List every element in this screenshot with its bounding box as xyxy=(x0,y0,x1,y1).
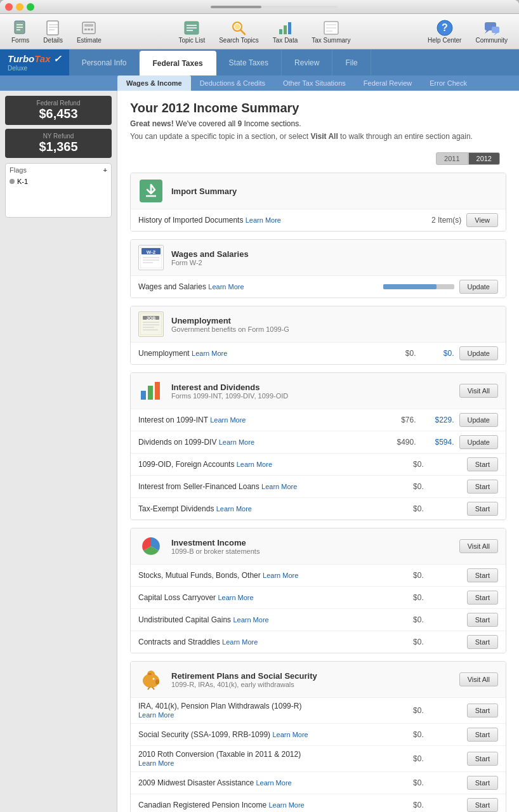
row-label: Dividends on 1099-DIV Learn More xyxy=(138,438,383,447)
learn-more-link[interactable]: Learn More xyxy=(272,731,308,738)
learn-more-link[interactable]: Learn More xyxy=(237,461,272,468)
row-label: History of Imported Documents Learn More xyxy=(138,216,416,225)
learn-more-link[interactable]: Learn More xyxy=(192,350,227,357)
table-row: 1099-OID, Foreign Accounts Learn More $0… xyxy=(131,454,506,476)
year-2012-btn[interactable]: 2012 xyxy=(468,152,500,165)
page-desc: You can update a specific topic in a sec… xyxy=(130,131,506,142)
start-button[interactable]: Start xyxy=(467,502,498,516)
maximize-button[interactable] xyxy=(27,3,34,11)
learn-more-link[interactable]: Learn More xyxy=(138,711,174,719)
row-label: Undistributed Capital Gains Learn More xyxy=(138,615,391,624)
flags-add-button[interactable]: + xyxy=(103,166,107,174)
start-button[interactable]: Start xyxy=(467,635,498,649)
start-button[interactable]: Start xyxy=(467,776,498,790)
visit-all-interest[interactable]: Visit All xyxy=(459,384,498,398)
subtab-federal-review[interactable]: Federal Review xyxy=(355,75,421,91)
svg-rect-8 xyxy=(82,22,95,34)
close-button[interactable] xyxy=(5,3,13,11)
svg-marker-30 xyxy=(485,30,489,34)
row-val-2012: $229. xyxy=(421,416,459,424)
learn-more-link[interactable]: Learn More xyxy=(246,216,281,224)
section-header-import: Import Summary xyxy=(131,173,506,209)
row-val-2011: $0. xyxy=(383,349,421,358)
estimate-icon xyxy=(80,19,98,37)
pie-chart-icon xyxy=(138,534,164,559)
toolbar-estimate[interactable]: Estimate xyxy=(72,18,107,45)
svg-rect-52 xyxy=(148,386,153,400)
visit-all-button[interactable]: Visit All xyxy=(459,384,498,398)
visit-all-investment[interactable]: Visit All xyxy=(459,539,498,553)
learn-more-link[interactable]: Learn More xyxy=(219,438,254,446)
update-button[interactable]: Update xyxy=(459,435,498,449)
subtab-other-tax[interactable]: Other Tax Situations xyxy=(274,75,355,91)
toolbar-search-topics[interactable]: Search Topics xyxy=(214,18,264,45)
start-button[interactable]: Start xyxy=(467,480,498,494)
section-retirement: Retirement Plans and Social Security 109… xyxy=(130,661,506,812)
section-header-wages: W-2 Wages and Salaries Form W-2 xyxy=(131,240,506,276)
learn-more-link[interactable]: Learn More xyxy=(256,779,291,787)
row-label: IRA, 401(k), Pension Plan Withdrawals (1… xyxy=(138,702,391,719)
start-button[interactable]: Start xyxy=(467,704,498,717)
visit-all-retirement[interactable]: Visit All xyxy=(459,672,498,686)
content-area: Your 2012 Income Summary Great news! We'… xyxy=(117,91,519,812)
learn-more-link[interactable]: Learn More xyxy=(268,801,304,809)
start-button[interactable]: Start xyxy=(467,591,498,605)
subtab-wages-income[interactable]: Wages & Income xyxy=(117,75,191,91)
toolbar-topic-list[interactable]: Topic List xyxy=(173,18,210,45)
tab-personal-info[interactable]: Personal Info xyxy=(69,49,140,75)
job-icon: JOB xyxy=(138,311,164,337)
row-label: 2010 Roth Conversion (Taxable in 2011 & … xyxy=(138,750,391,768)
year-2011-btn[interactable]: 2011 xyxy=(436,152,468,165)
visit-all-button[interactable]: Visit All xyxy=(459,539,498,553)
start-button[interactable]: Start xyxy=(467,752,498,766)
subtab-error-check[interactable]: Error Check xyxy=(421,75,476,91)
learn-more-link[interactable]: Learn More xyxy=(218,594,253,601)
subtab-deductions-credits[interactable]: Deductions & Credits xyxy=(191,75,274,91)
table-row: Stocks, Mutual Funds, Bonds, Other Learn… xyxy=(131,565,506,587)
update-button[interactable]: Update xyxy=(459,280,498,294)
learn-more-link[interactable]: Learn More xyxy=(210,416,246,424)
learn-more-link[interactable]: Learn More xyxy=(216,505,252,513)
minimize-button[interactable] xyxy=(16,3,23,11)
start-button[interactable]: Start xyxy=(467,728,498,742)
learn-more-link[interactable]: Learn More xyxy=(222,638,258,646)
forms-label: Forms xyxy=(11,37,29,44)
start-button[interactable]: Start xyxy=(467,798,498,812)
retirement-title: Retirement Plans and Social Security xyxy=(171,671,459,681)
row-val-2012: $594. xyxy=(421,438,459,447)
toolbar-details[interactable]: Details xyxy=(38,18,68,45)
update-button[interactable]: Update xyxy=(459,346,498,360)
table-row: Wages and Salaries Learn More Update xyxy=(131,276,506,298)
learn-more-link[interactable]: Learn More xyxy=(138,759,174,767)
section-import-summary: Import Summary History of Imported Docum… xyxy=(130,173,506,232)
toolbar-tax-data[interactable]: Tax Data xyxy=(268,18,303,45)
learn-more-link[interactable]: Learn More xyxy=(208,283,244,291)
table-row: Contracts and Straddles Learn More $0. S… xyxy=(131,631,506,653)
tab-federal-taxes[interactable]: Federal Taxes xyxy=(140,51,216,75)
tab-review[interactable]: Review xyxy=(282,49,332,75)
row-val-2011: $76. xyxy=(383,416,421,424)
tab-file[interactable]: File xyxy=(332,49,371,75)
start-button[interactable]: Start xyxy=(467,457,498,471)
learn-more-link[interactable]: Learn More xyxy=(261,483,297,490)
unemployment-title: Unemployment xyxy=(171,316,498,325)
toolbar-tax-summary[interactable]: Tax Summary xyxy=(306,18,355,45)
learn-more-link[interactable]: Learn More xyxy=(263,572,298,579)
visit-all-button[interactable]: Visit All xyxy=(459,672,498,686)
start-button[interactable]: Start xyxy=(467,568,498,582)
wages-title: Wages and Salaries xyxy=(171,249,498,259)
row-label: 1099-OID, Foreign Accounts Learn More xyxy=(138,460,391,469)
table-row: Capital Loss Carryover Learn More $0. St… xyxy=(131,587,506,609)
toolbar-community[interactable]: Community xyxy=(470,18,513,45)
svg-rect-9 xyxy=(84,24,93,27)
learn-more-link[interactable]: Learn More xyxy=(233,616,268,624)
tab-state-taxes[interactable]: State Taxes xyxy=(216,49,282,75)
update-button[interactable]: Update xyxy=(459,413,498,427)
interest-subtitle: Forms 1099-INT, 1099-DIV, 1099-OID xyxy=(171,392,459,400)
toolbar-help-center[interactable]: ? Help Center xyxy=(423,18,466,45)
start-button[interactable]: Start xyxy=(467,613,498,627)
view-button[interactable]: View xyxy=(466,213,498,227)
row-val-2011: $0. xyxy=(391,706,429,715)
toolbar-forms[interactable]: Forms xyxy=(6,18,34,45)
import-title: Import Summary xyxy=(171,187,498,196)
